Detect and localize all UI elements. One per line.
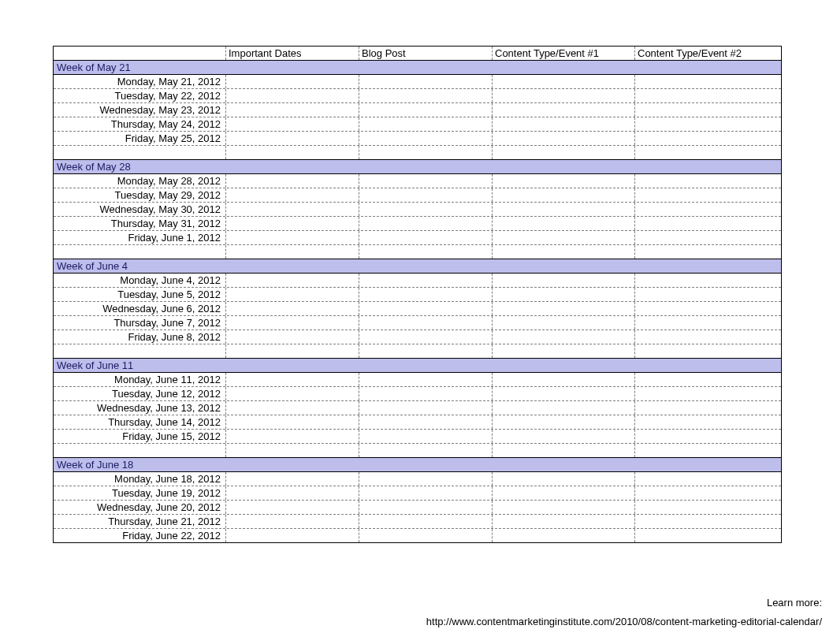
day-cell-col1[interactable] [225, 302, 359, 315]
day-cell-col1[interactable] [225, 330, 359, 344]
day-cell-col4[interactable] [634, 89, 781, 102]
day-cell-col1[interactable] [225, 103, 359, 117]
day-cell-col3[interactable] [492, 387, 634, 400]
day-cell-col1[interactable] [225, 75, 359, 88]
day-cell-col2[interactable] [359, 117, 492, 131]
day-cell-col4[interactable] [634, 188, 781, 202]
day-cell-col4[interactable] [634, 316, 781, 329]
day-cell-col3[interactable] [492, 486, 634, 500]
day-cell-col3[interactable] [492, 75, 634, 88]
day-cell-col3[interactable] [492, 132, 634, 145]
day-cell-col2[interactable] [359, 89, 492, 102]
day-cell-col1[interactable] [225, 529, 359, 542]
day-cell-col2[interactable] [359, 387, 492, 400]
day-cell-col1[interactable] [225, 188, 359, 202]
day-cell-col2[interactable] [359, 132, 492, 145]
day-cell-col2[interactable] [359, 75, 492, 88]
day-cell-col3[interactable] [492, 117, 634, 131]
day-cell-col2[interactable] [359, 330, 492, 344]
day-cell-col1[interactable] [225, 401, 359, 415]
day-cell-col2[interactable] [359, 302, 492, 315]
day-cell-col2[interactable] [359, 472, 492, 486]
day-cell-col2[interactable] [359, 103, 492, 117]
day-cell-col2[interactable] [359, 217, 492, 230]
day-cell-col1[interactable] [225, 231, 359, 244]
day-cell-col2[interactable] [359, 231, 492, 244]
day-cell-col4[interactable] [634, 117, 781, 131]
day-cell-col3[interactable] [492, 472, 634, 486]
day-cell-col4[interactable] [634, 132, 781, 145]
day-cell-col1[interactable] [225, 117, 359, 131]
day-cell-col3[interactable] [492, 330, 634, 344]
day-cell-col1[interactable] [225, 486, 359, 500]
day-cell-col2[interactable] [359, 430, 492, 443]
day-cell-col3[interactable] [492, 401, 634, 415]
day-cell-col1[interactable] [225, 89, 359, 102]
day-cell-col4[interactable] [634, 486, 781, 500]
day-cell-col4[interactable] [634, 515, 781, 528]
day-cell-col3[interactable] [492, 103, 634, 117]
day-cell-col4[interactable] [634, 472, 781, 486]
day-cell-col4[interactable] [634, 415, 781, 429]
day-cell-col3[interactable] [492, 188, 634, 202]
day-cell-col4[interactable] [634, 529, 781, 542]
day-cell-col3[interactable] [492, 288, 634, 301]
day-cell-col1[interactable] [225, 373, 359, 386]
day-cell-col4[interactable] [634, 288, 781, 301]
day-cell-col3[interactable] [492, 274, 634, 287]
day-cell-col4[interactable] [634, 501, 781, 514]
day-cell-col1[interactable] [225, 430, 359, 443]
day-cell-col4[interactable] [634, 103, 781, 117]
day-cell-col3[interactable] [492, 373, 634, 386]
day-cell-col1[interactable] [225, 174, 359, 188]
day-cell-col3[interactable] [492, 231, 634, 244]
day-cell-col2[interactable] [359, 415, 492, 429]
day-cell-col2[interactable] [359, 501, 492, 514]
day-cell-col3[interactable] [492, 89, 634, 102]
day-cell-col2[interactable] [359, 486, 492, 500]
day-cell-col3[interactable] [492, 217, 634, 230]
day-cell-col4[interactable] [634, 174, 781, 188]
day-cell-col2[interactable] [359, 174, 492, 188]
day-cell-col3[interactable] [492, 501, 634, 514]
day-cell-col2[interactable] [359, 316, 492, 329]
day-cell-col3[interactable] [492, 529, 634, 542]
day-cell-col1[interactable] [225, 132, 359, 145]
day-cell-col1[interactable] [225, 274, 359, 287]
day-cell-col4[interactable] [634, 75, 781, 88]
day-cell-col1[interactable] [225, 515, 359, 528]
day-cell-col4[interactable] [634, 430, 781, 443]
day-cell-col4[interactable] [634, 401, 781, 415]
day-cell-col2[interactable] [359, 401, 492, 415]
day-cell-col1[interactable] [225, 288, 359, 301]
day-cell-col4[interactable] [634, 302, 781, 315]
day-cell-col4[interactable] [634, 274, 781, 287]
day-cell-col1[interactable] [225, 387, 359, 400]
day-cell-col4[interactable] [634, 330, 781, 344]
day-cell-col1[interactable] [225, 501, 359, 514]
day-cell-col4[interactable] [634, 387, 781, 400]
day-cell-col4[interactable] [634, 217, 781, 230]
day-cell-col3[interactable] [492, 430, 634, 443]
day-cell-col3[interactable] [492, 174, 634, 188]
day-cell-col3[interactable] [492, 316, 634, 329]
day-cell-col2[interactable] [359, 274, 492, 287]
day-cell-col3[interactable] [492, 515, 634, 528]
day-cell-col1[interactable] [225, 316, 359, 329]
day-cell-col3[interactable] [492, 203, 634, 216]
day-cell-col1[interactable] [225, 217, 359, 230]
day-cell-col1[interactable] [225, 203, 359, 216]
day-cell-col3[interactable] [492, 302, 634, 315]
day-cell-col4[interactable] [634, 373, 781, 386]
day-cell-col4[interactable] [634, 203, 781, 216]
day-cell-col2[interactable] [359, 203, 492, 216]
day-cell-col2[interactable] [359, 515, 492, 528]
day-cell-col2[interactable] [359, 529, 492, 542]
day-cell-col2[interactable] [359, 373, 492, 386]
day-cell-col4[interactable] [634, 231, 781, 244]
day-cell-col2[interactable] [359, 288, 492, 301]
day-cell-col1[interactable] [225, 415, 359, 429]
day-cell-col3[interactable] [492, 415, 634, 429]
day-cell-col1[interactable] [225, 472, 359, 486]
day-cell-col2[interactable] [359, 188, 492, 202]
